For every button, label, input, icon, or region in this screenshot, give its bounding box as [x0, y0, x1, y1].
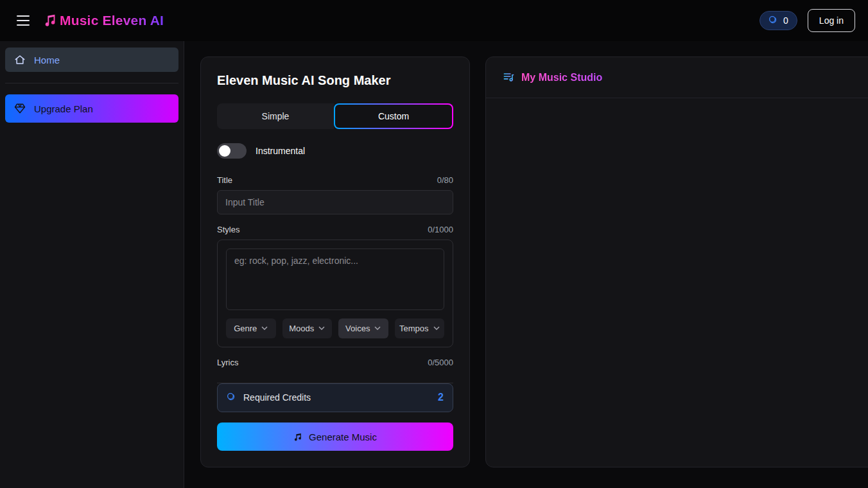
top-bar-right: 0 Log in	[759, 9, 855, 32]
required-credits-value: 2	[438, 392, 444, 403]
chevron-down-icon	[318, 326, 325, 330]
instrumental-row: Instrumental	[217, 143, 453, 159]
voices-dropdown-label: Voices	[345, 324, 370, 333]
studio-title: My Music Studio	[521, 72, 602, 83]
styles-textarea[interactable]	[226, 248, 444, 310]
playlist-icon	[503, 71, 515, 83]
title-label: Title	[217, 175, 232, 185]
chevron-down-icon	[433, 326, 440, 330]
lyrics-counter: 0/5000	[428, 358, 453, 367]
home-icon	[14, 54, 26, 65]
required-credits-box: Required Credits 2	[217, 383, 453, 413]
title-field-row: Title 0/80	[217, 175, 453, 185]
menu-icon[interactable]	[13, 10, 35, 31]
tempos-dropdown[interactable]: Tempos	[395, 318, 445, 338]
app-logo[interactable]: Music Eleven AI	[44, 12, 164, 29]
chevron-down-icon	[261, 326, 268, 330]
song-maker-title: Eleven Music AI Song Maker	[217, 73, 453, 88]
tempos-dropdown-label: Tempos	[399, 324, 429, 333]
upgrade-plan-label: Upgrade Plan	[34, 103, 93, 114]
coins-icon	[227, 392, 237, 403]
required-credits-left: Required Credits	[227, 392, 311, 403]
genre-dropdown[interactable]: Genre	[226, 318, 276, 338]
gem-icon	[14, 103, 26, 114]
coins-icon	[768, 15, 779, 26]
lyrics-field-row: Lyrics 0/5000	[217, 358, 453, 367]
studio-header: My Music Studio	[486, 57, 868, 98]
title-input[interactable]	[217, 190, 453, 214]
lyrics-label: Lyrics	[217, 358, 238, 367]
tab-custom-label: Custom	[335, 105, 452, 128]
tab-simple[interactable]: Simple	[217, 103, 334, 129]
toggle-knob	[219, 145, 230, 157]
credits-count: 0	[783, 15, 788, 26]
tab-custom[interactable]: Custom	[334, 103, 453, 129]
styles-label: Styles	[217, 225, 239, 234]
mode-tabs: Simple Custom	[217, 103, 453, 129]
required-credits-label: Required Credits	[243, 392, 311, 403]
instrumental-toggle[interactable]	[217, 143, 247, 159]
generate-music-button[interactable]: Generate Music	[217, 423, 453, 451]
sidebar-item-home[interactable]: Home	[5, 48, 178, 72]
login-button[interactable]: Log in	[808, 9, 855, 32]
styles-box: Genre Moods Voices	[217, 240, 453, 347]
moods-dropdown-label: Moods	[289, 324, 314, 333]
music-studio-card: My Music Studio	[485, 57, 868, 467]
voices-dropdown[interactable]: Voices	[338, 318, 388, 338]
studio-body	[486, 98, 868, 467]
app-body: Home Upgrade Plan Eleven Music AI Song M…	[0, 41, 868, 488]
generate-music-label: Generate Music	[309, 431, 377, 442]
top-bar: Music Eleven AI 0 Log in	[0, 0, 868, 41]
sidebar-home-label: Home	[34, 55, 60, 65]
top-bar-left: Music Eleven AI	[13, 10, 164, 31]
app-title: Music Eleven AI	[60, 13, 164, 28]
upgrade-plan-button[interactable]: Upgrade Plan	[5, 94, 178, 123]
genre-dropdown-label: Genre	[234, 324, 257, 333]
sidebar-divider	[5, 83, 178, 83]
style-dropdowns: Genre Moods Voices	[226, 318, 444, 338]
styles-field-row: Styles 0/1000	[217, 225, 453, 234]
styles-counter: 0/1000	[428, 225, 453, 234]
credits-pill[interactable]: 0	[759, 11, 797, 30]
music-note-icon	[293, 432, 303, 442]
chevron-down-icon	[374, 326, 381, 330]
title-counter: 0/80	[437, 175, 453, 185]
moods-dropdown[interactable]: Moods	[282, 318, 333, 338]
music-note-logo-icon	[44, 12, 58, 29]
sidebar: Home Upgrade Plan	[0, 41, 184, 488]
song-maker-card: Eleven Music AI Song Maker Simple Custom…	[200, 57, 470, 467]
main-content: Eleven Music AI Song Maker Simple Custom…	[184, 41, 868, 488]
instrumental-label: Instrumental	[256, 146, 305, 156]
